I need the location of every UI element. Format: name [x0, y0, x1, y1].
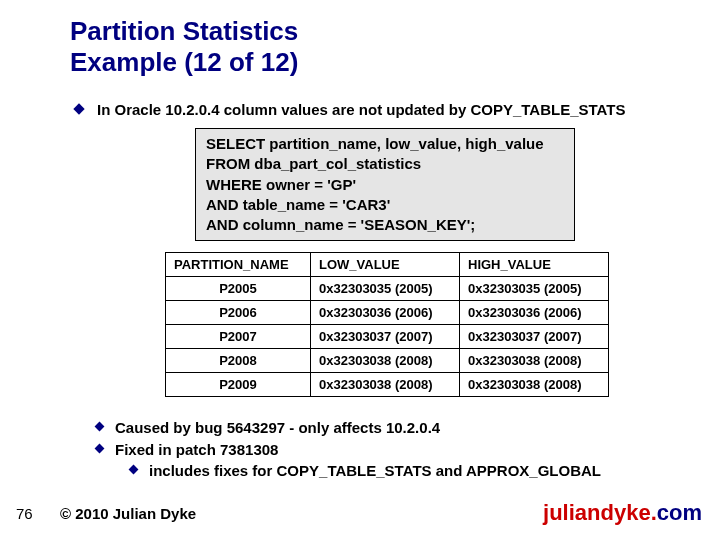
table-row: P2009 0x32303038 (2008) 0x32303038 (2008…: [166, 373, 609, 397]
bullet-row: Fixed in patch 7381308: [96, 440, 601, 460]
site-url: juliandyke.com: [543, 500, 702, 526]
sql-line: FROM dba_part_col_statistics: [206, 154, 564, 174]
cell: 0x32303037 (2007): [460, 325, 609, 349]
result-table: PARTITION_NAME LOW_VALUE HIGH_VALUE P200…: [165, 252, 609, 397]
cell: P2006: [166, 301, 311, 325]
cell: 0x32303038 (2008): [311, 349, 460, 373]
copyright: © 2010 Julian Dyke: [60, 505, 196, 522]
cell: 0x32303037 (2007): [311, 325, 460, 349]
cell: 0x32303036 (2006): [460, 301, 609, 325]
bullet-text: Caused by bug 5643297 - only affects 10.…: [115, 418, 440, 438]
table-row: P2008 0x32303038 (2008) 0x32303038 (2008…: [166, 349, 609, 373]
cell: P2008: [166, 349, 311, 373]
bullet-text: includes fixes for COPY_TABLE_STATS and …: [149, 461, 601, 481]
main-bullet: In Oracle 10.2.0.4 column values are not…: [75, 100, 625, 120]
table-row: P2007 0x32303037 (2007) 0x32303037 (2007…: [166, 325, 609, 349]
cell: 0x32303035 (2005): [460, 277, 609, 301]
cell: P2009: [166, 373, 311, 397]
cell: 0x32303038 (2008): [311, 373, 460, 397]
sql-line: SELECT partition_name, low_value, high_v…: [206, 134, 564, 154]
col-header: HIGH_VALUE: [460, 253, 609, 277]
bullet-icon: [129, 465, 139, 475]
sql-line: AND table_name = 'CAR3': [206, 195, 564, 215]
cell: 0x32303038 (2008): [460, 373, 609, 397]
title-line-1: Partition Statistics: [70, 16, 298, 46]
page-number: 76: [16, 505, 33, 522]
table-header-row: PARTITION_NAME LOW_VALUE HIGH_VALUE: [166, 253, 609, 277]
bullet-icon: [95, 443, 105, 453]
bullet-row-sub: includes fixes for COPY_TABLE_STATS and …: [130, 461, 601, 481]
sql-line: WHERE owner = 'GP': [206, 175, 564, 195]
cell: 0x32303038 (2008): [460, 349, 609, 373]
bullet-text: Fixed in patch 7381308: [115, 440, 278, 460]
bullet-icon: [73, 103, 84, 114]
table-row: P2005 0x32303035 (2005) 0x32303035 (2005…: [166, 277, 609, 301]
bullet-icon: [95, 422, 105, 432]
sql-line: AND column_name = 'SEASON_KEY';: [206, 215, 564, 235]
cell: 0x32303035 (2005): [311, 277, 460, 301]
sql-code-box: SELECT partition_name, low_value, high_v…: [195, 128, 575, 241]
cell: P2005: [166, 277, 311, 301]
main-bullet-text: In Oracle 10.2.0.4 column values are not…: [97, 100, 625, 120]
title-line-2: Example (12 of 12): [70, 47, 298, 77]
col-header: LOW_VALUE: [311, 253, 460, 277]
cell: 0x32303036 (2006): [311, 301, 460, 325]
bullet-row: Caused by bug 5643297 - only affects 10.…: [96, 418, 601, 438]
col-header: PARTITION_NAME: [166, 253, 311, 277]
table-row: P2006 0x32303036 (2006) 0x32303036 (2006…: [166, 301, 609, 325]
cell: P2007: [166, 325, 311, 349]
slide-title: Partition Statistics Example (12 of 12): [70, 16, 298, 78]
site-main: juliandyke.: [543, 500, 657, 525]
secondary-bullets: Caused by bug 5643297 - only affects 10.…: [96, 418, 601, 483]
site-tld: com: [657, 500, 702, 525]
